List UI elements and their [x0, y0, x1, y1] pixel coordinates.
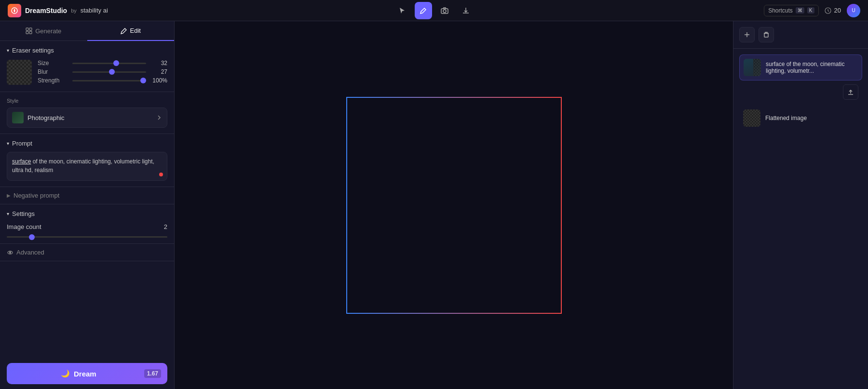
main-layout: Generate Edit ▾ Eraser settings Size [0, 21, 868, 389]
download-btn[interactable] [457, 2, 475, 19]
style-thumbnail [12, 112, 24, 123]
negative-prompt-title: Negative prompt [14, 192, 59, 199]
size-value: 32 [150, 60, 167, 67]
dream-btn-text: Dream [74, 370, 96, 378]
topbar: DreamStudio by stability ai [0, 0, 868, 21]
blur-value: 27 [150, 68, 167, 75]
style-value: Photographic [27, 114, 65, 121]
tab-generate-label: Generate [35, 27, 61, 35]
negative-prompt-header[interactable]: ▶ Negative prompt [7, 192, 167, 199]
brush-tool-btn[interactable] [415, 2, 432, 19]
image-count-value: 2 [164, 223, 167, 230]
eraser-chevron-icon: ▾ [7, 48, 9, 53]
advanced-header[interactable]: Advanced [7, 249, 167, 256]
svg-rect-10 [764, 33, 768, 37]
kbd1: ⌘ [796, 7, 804, 13]
topbar-center-tools [393, 2, 475, 19]
svg-rect-6 [26, 31, 28, 34]
svg-rect-4 [26, 28, 28, 30]
dream-btn-cost: 1.67 [144, 369, 161, 378]
prompt-rest-text: of the moon, cinematic lighting, volumet… [12, 158, 154, 174]
camera-tool-btn[interactable] [436, 2, 453, 19]
eraser-sliders: Size 32 Blur 27 Strength 100% [38, 60, 167, 86]
layer-label-1: Flattened image [765, 115, 807, 121]
upload-btn[interactable] [843, 84, 858, 100]
shortcuts-label: Shortcuts [768, 7, 793, 14]
tab-edit[interactable]: Edit [87, 21, 175, 41]
canvas-area[interactable] [175, 21, 733, 389]
right-panel-items: surface of the moon, cinematic lighting,… [733, 49, 868, 136]
settings-chevron-icon: ▾ [7, 211, 9, 216]
layer-thumb-1 [743, 109, 760, 127]
style-picker-btn[interactable]: Photographic [7, 107, 167, 128]
strength-slider-row: Strength 100% [38, 77, 167, 84]
shortcuts-btn[interactable]: Shortcuts ⌘ K [764, 5, 818, 16]
style-btn-left: Photographic [12, 112, 65, 123]
lighting-overlay [346, 97, 465, 314]
size-label: Size [38, 60, 68, 67]
brand-name: stability ai [81, 7, 108, 14]
image-count-label: Image count [7, 223, 41, 230]
eraser-settings-title: Eraser settings [12, 47, 54, 54]
eraser-preview [7, 60, 32, 85]
left-sidebar: Generate Edit ▾ Eraser settings Size [0, 21, 175, 389]
kbd2: K [807, 7, 814, 13]
layer-item-1[interactable]: Flattened image [739, 106, 862, 131]
layer-thumb-0 [744, 59, 761, 76]
logo-icon [8, 4, 21, 17]
size-slider[interactable] [72, 63, 146, 64]
image-count-row: Image count 2 [7, 223, 167, 230]
layer-label-0: surface of the moon, cinematic lighting,… [766, 61, 858, 74]
app-name: DreamStudio [25, 7, 67, 14]
advanced-section: Advanced [0, 244, 174, 261]
eraser-settings-header[interactable]: ▾ Eraser settings [7, 47, 167, 54]
prompt-recording-dot [159, 173, 163, 176]
strength-label: Strength [38, 77, 68, 84]
tab-generate[interactable]: Generate [0, 21, 87, 40]
prompt-box[interactable]: surface of the moon, cinematic lighting,… [7, 152, 167, 181]
logo: DreamStudio by stability ai [8, 4, 108, 17]
settings-section: ▾ Settings Image count 2 [0, 204, 174, 244]
style-section-label: Style [7, 98, 167, 104]
size-slider-row: Size 32 [38, 60, 167, 67]
dream-btn-label-area: 🌙 Dream [13, 369, 144, 378]
blur-slider-row: Blur 27 [38, 68, 167, 75]
neg-prompt-chevron-icon: ▶ [7, 193, 11, 198]
canvas-image-container [346, 97, 562, 314]
avatar[interactable]: U [847, 4, 860, 17]
prompt-header[interactable]: ▾ Prompt [7, 140, 167, 147]
logo-by-text: by [71, 8, 77, 13]
svg-point-9 [10, 252, 11, 253]
settings-header[interactable]: ▾ Settings [7, 210, 167, 217]
blur-slider[interactable] [72, 71, 146, 73]
prompt-title: Prompt [12, 140, 32, 147]
upload-row [739, 82, 862, 104]
layer-item-0[interactable]: surface of the moon, cinematic lighting,… [739, 54, 862, 80]
strength-value: 100% [150, 77, 167, 84]
tab-edit-label: Edit [130, 27, 141, 34]
credits-badge: 20 [825, 7, 841, 14]
prompt-chevron-icon: ▾ [7, 141, 9, 146]
moon-icon: 🌙 [61, 369, 70, 378]
right-panel-actions [733, 27, 868, 49]
prompt-section: ▾ Prompt surface of the moon, cinematic … [0, 134, 174, 187]
canvas-image [346, 97, 465, 314]
svg-rect-7 [29, 31, 32, 34]
strength-slider[interactable] [72, 80, 146, 81]
prompt-underline-word: surface [12, 158, 31, 165]
svg-point-2 [443, 10, 446, 13]
credits-value: 20 [834, 7, 841, 14]
advanced-title: Advanced [16, 249, 44, 256]
dream-button[interactable]: 🌙 Dream 1.67 [7, 363, 167, 384]
chevron-right-icon [156, 115, 162, 121]
image-count-slider-row [7, 234, 167, 238]
cursor-tool-btn[interactable] [393, 2, 411, 19]
eraser-settings-section: ▾ Eraser settings Size 32 Blur 27 [0, 41, 174, 92]
tab-bar: Generate Edit [0, 21, 174, 41]
topbar-right: Shortcuts ⌘ K 20 U [764, 4, 860, 17]
image-count-slider[interactable] [7, 236, 167, 238]
add-layer-btn[interactable] [739, 27, 755, 42]
negative-prompt-section: ▶ Negative prompt [0, 187, 174, 204]
dream-btn-container: 🌙 Dream 1.67 [0, 358, 174, 389]
delete-layer-btn[interactable] [759, 27, 774, 42]
